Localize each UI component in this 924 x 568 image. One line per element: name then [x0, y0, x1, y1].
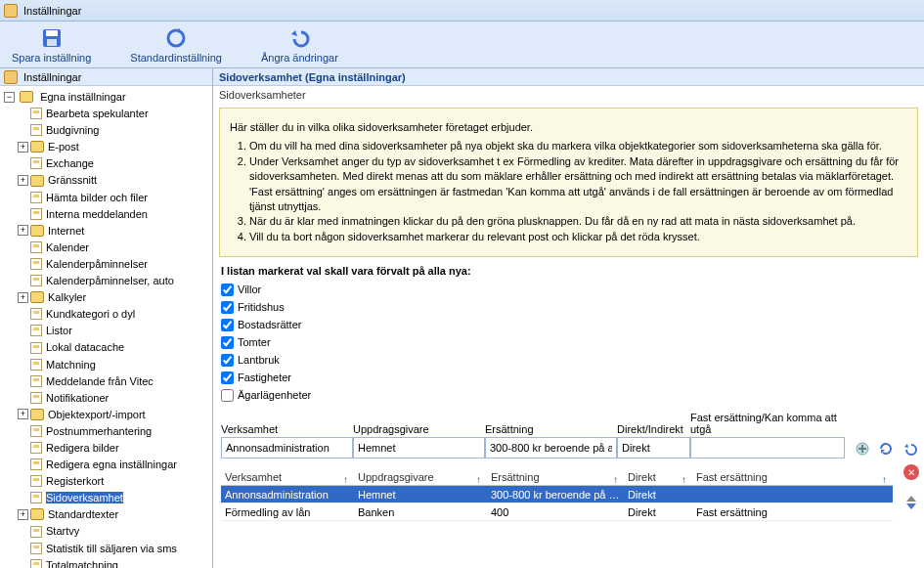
checkbox[interactable]	[221, 301, 234, 314]
cell-direkt: Direkt	[624, 506, 692, 518]
move-up-icon[interactable]	[906, 496, 916, 502]
tree-item[interactable]: Standardtexter	[48, 508, 118, 520]
tree-header: Inställningar	[0, 68, 212, 86]
spacer	[18, 208, 28, 219]
checkbox[interactable]	[221, 319, 234, 331]
spacer	[18, 425, 28, 436]
tree-header-title: Inställningar	[23, 71, 81, 83]
checkbox-label: Villor	[238, 284, 261, 295]
tree-item[interactable]: Matchning	[46, 359, 96, 371]
standard-label: Standardinställning	[130, 52, 222, 64]
table-header-row: Verksamhet↑ Uppdragsgivare↑ Ersättning↑ …	[221, 468, 893, 486]
tree-item[interactable]: E-post	[48, 141, 79, 153]
tree-item[interactable]: Budgivning	[46, 124, 99, 136]
tree-item[interactable]: Hämta bilder och filer	[46, 192, 148, 203]
spacer	[18, 459, 28, 470]
tree-item[interactable]: Statistik till säljaren via sms	[46, 543, 177, 554]
tree-item[interactable]: Internet	[48, 225, 84, 237]
spacer	[18, 259, 28, 270]
checkbox-label: Fritidshus	[238, 301, 285, 313]
tree-item[interactable]: Lokal datacache	[46, 342, 124, 354]
checkbox[interactable]	[221, 284, 234, 296]
leaf-icon	[30, 526, 42, 538]
checkbox-label: Ägarlägenheter	[238, 389, 311, 401]
cell-ersattning: 300-800 kr beroende på ann...	[487, 489, 624, 501]
tree-item[interactable]: Notifikationer	[46, 392, 109, 404]
checkbox[interactable]	[221, 354, 234, 367]
th-ersattning[interactable]: Ersättning↑	[487, 471, 624, 483]
leaf-icon	[30, 392, 42, 404]
refresh-icon[interactable]	[878, 441, 894, 457]
standard-button[interactable]: Standardinställning	[130, 26, 222, 64]
tree-item[interactable]: Sidoverksamhet	[46, 492, 123, 503]
th-uppdrag[interactable]: Uppdragsgivare↑	[354, 471, 487, 483]
folder-icon	[30, 409, 44, 420]
window-title: Inställningar	[23, 5, 81, 17]
tree-item[interactable]: Kalkyler	[48, 291, 86, 303]
sort-icon: ↑	[613, 474, 618, 485]
tree-item[interactable]: Kalenderpåminnelser	[46, 258, 148, 270]
th-fast[interactable]: Fast ersättning↑	[692, 471, 893, 483]
tree-item[interactable]: Redigera egna inställningar	[46, 459, 177, 470]
tree-item[interactable]: Postnummerhantering	[46, 425, 152, 437]
sort-icon: ↑	[343, 474, 348, 485]
input-verksamhet[interactable]	[221, 437, 353, 459]
tree-root[interactable]: Egna inställningar	[40, 91, 125, 103]
move-down-icon[interactable]	[906, 503, 916, 509]
tree-item[interactable]: Registerkort	[46, 475, 104, 487]
tree-item[interactable]: Bearbeta spekulanter	[46, 108, 149, 119]
leaf-icon	[30, 425, 42, 437]
undo-small-icon[interactable]	[902, 441, 917, 457]
content-subtitle: Sidoverksamheter	[213, 86, 924, 104]
th-verksamhet[interactable]: Verksamhet↑	[221, 471, 354, 483]
app-icon	[4, 4, 18, 18]
expander-icon[interactable]: +	[18, 509, 28, 520]
tree-item[interactable]: Exchange	[46, 157, 94, 169]
leaf-icon	[30, 275, 42, 286]
tree-item[interactable]: Kundkategori o dyl	[46, 308, 135, 320]
table-row[interactable]: AnnonsadministrationHemnet300-800 kr ber…	[221, 486, 893, 503]
tree-item[interactable]: Kalender	[46, 241, 89, 253]
checkbox[interactable]	[221, 371, 234, 384]
input-direkt[interactable]	[617, 437, 690, 459]
spacer	[18, 476, 28, 487]
checkbox[interactable]	[221, 389, 234, 402]
add-icon[interactable]	[855, 441, 870, 457]
th-direkt[interactable]: Direkt↑	[624, 471, 692, 483]
settings-tree[interactable]: − Egna inställningar Bearbeta spekulante…	[0, 86, 212, 568]
tree-item[interactable]: Gränssnitt	[48, 175, 97, 187]
input-row: Verksamhet Uppdragsgivare Ersättning Dir…	[213, 408, 924, 462]
checkbox-label: Lantbruk	[238, 354, 280, 366]
expander-icon[interactable]: +	[18, 175, 28, 186]
help-step-4: Vill du ta bort någon sidoverksamhet mar…	[249, 230, 907, 244]
tree-item[interactable]: Redigera bilder	[46, 442, 119, 454]
tree-item[interactable]: Interna meddelanden	[46, 208, 148, 220]
tree-item[interactable]: Totalmatchning	[46, 559, 118, 568]
expander-icon[interactable]: +	[18, 292, 28, 303]
input-uppdrag[interactable]	[353, 437, 485, 459]
cell-verksamhet: Annonsadministration	[221, 489, 354, 501]
tree-item[interactable]: Objektexport/-import	[48, 409, 146, 420]
undo-button[interactable]: Ångra ändringar	[261, 26, 338, 64]
input-fast[interactable]	[690, 437, 845, 459]
expander-icon[interactable]: +	[18, 142, 28, 153]
checkbox[interactable]	[221, 336, 234, 349]
expander-icon[interactable]: +	[18, 409, 28, 419]
leaf-icon	[30, 124, 42, 136]
delete-row-icon[interactable]: ✕	[903, 464, 919, 480]
input-ersattning[interactable]	[485, 437, 617, 459]
tree-item[interactable]: Listor	[46, 325, 72, 336]
leaf-icon	[30, 559, 42, 568]
expander-icon[interactable]: −	[4, 92, 15, 103]
table-row[interactable]: Förmedling av lånBanken400DirektFast ers…	[221, 503, 893, 521]
cell-uppdrag: Banken	[354, 506, 487, 518]
tree-item[interactable]: Kalenderpåminnelser, auto	[46, 275, 174, 286]
tree-item[interactable]: Startvy	[46, 526, 79, 538]
leaf-icon	[30, 359, 42, 371]
spacer	[18, 158, 28, 169]
spacer	[18, 543, 28, 553]
expander-icon[interactable]: +	[18, 225, 28, 236]
leaf-icon	[30, 241, 42, 253]
tree-item[interactable]: Meddelande från Vitec	[46, 375, 154, 387]
save-button[interactable]: Spara inställning	[12, 26, 91, 64]
